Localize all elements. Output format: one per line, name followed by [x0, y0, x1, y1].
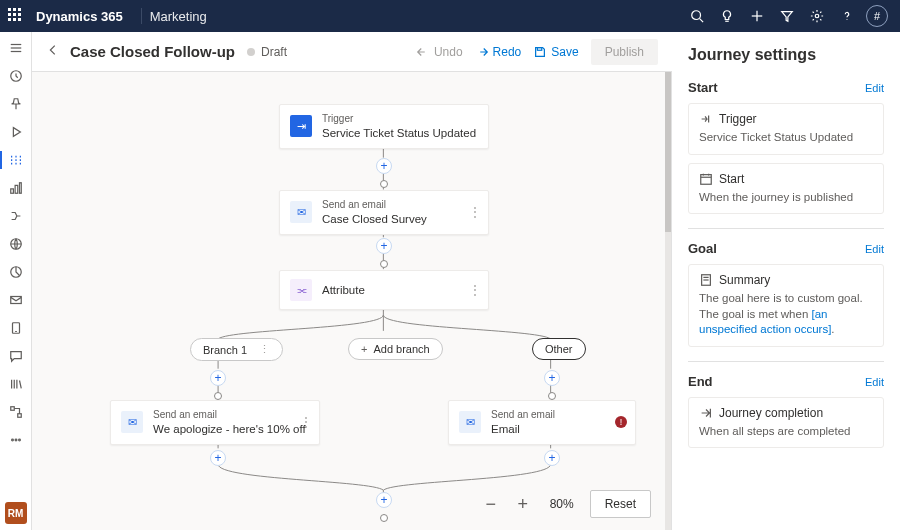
rail-analytics-icon[interactable]: [0, 176, 32, 200]
add-step-button[interactable]: +: [376, 238, 392, 254]
publish-button[interactable]: Publish: [591, 39, 658, 65]
card-start[interactable]: Start When the journey is published: [688, 163, 884, 215]
page-title: Case Closed Follow-up: [70, 43, 235, 60]
add-icon[interactable]: [742, 0, 772, 32]
rail-play-icon[interactable]: [0, 120, 32, 144]
rail-recent-icon[interactable]: [0, 64, 32, 88]
add-step-button[interactable]: +: [210, 450, 226, 466]
area-label[interactable]: Marketing: [150, 9, 207, 24]
goal-summary-body: The goal here is to custom goal. The goa…: [699, 291, 873, 338]
rail-mail-icon[interactable]: [0, 288, 32, 312]
divider: [141, 8, 142, 24]
edit-end-link[interactable]: Edit: [865, 376, 884, 388]
user-avatar[interactable]: #: [862, 0, 892, 32]
scrollbar[interactable]: [665, 72, 671, 530]
rail-globe-icon[interactable]: [0, 232, 32, 256]
node-email-other[interactable]: ✉ Send an emailEmail !: [448, 400, 636, 445]
svg-rect-14: [19, 183, 21, 194]
edit-start-link[interactable]: Edit: [865, 82, 884, 94]
zoom-reset-button[interactable]: Reset: [590, 490, 651, 518]
add-step-button[interactable]: +: [544, 370, 560, 386]
rail-chat-icon[interactable]: [0, 344, 32, 368]
search-icon[interactable]: [682, 0, 712, 32]
journey-canvas[interactable]: ⇥ TriggerService Ticket Status Updated +…: [32, 72, 672, 530]
svg-line-1: [700, 19, 704, 23]
email-icon: ✉: [121, 411, 143, 433]
connector-dot: [380, 260, 388, 268]
svg-rect-43: [701, 174, 712, 184]
pill-more-icon[interactable]: ⋮: [259, 343, 270, 356]
status-badge: Draft: [247, 45, 287, 59]
rail-segment-icon[interactable]: [0, 260, 32, 284]
node-trigger[interactable]: ⇥ TriggerService Ticket Status Updated: [279, 104, 489, 149]
card-trigger[interactable]: Trigger Service Ticket Status Updated: [688, 103, 884, 155]
svg-rect-17: [10, 297, 21, 304]
node-email-apology[interactable]: ✉ Send an emailWe apologize - here's 10%…: [110, 400, 320, 445]
branch-pill-other[interactable]: Other: [532, 338, 586, 360]
section-end-heading: End: [688, 374, 713, 389]
svg-rect-12: [10, 189, 13, 193]
settings-panel: Journey settings StartEdit Trigger Servi…: [672, 32, 900, 530]
trigger-icon: ⇥: [290, 115, 312, 137]
redo-button[interactable]: Redo: [475, 45, 522, 59]
node-attribute[interactable]: ⫘ Attribute ⋮: [279, 270, 489, 310]
add-step-button[interactable]: +: [544, 450, 560, 466]
global-navbar: Dynamics 365 Marketing #: [0, 0, 900, 32]
zoom-out-button[interactable]: −: [480, 493, 502, 515]
zoom-controls: − + 80% Reset: [480, 490, 651, 518]
left-rail: RM: [0, 32, 32, 530]
section-start-heading: Start: [688, 80, 718, 95]
command-bar: Case Closed Follow-up Draft Undo Redo Sa…: [32, 32, 672, 72]
help-icon[interactable]: [832, 0, 862, 32]
rail-journey-icon[interactable]: [0, 148, 32, 172]
branch-pill-branch1[interactable]: Branch 1⋮: [190, 338, 283, 361]
svg-rect-24: [10, 407, 14, 411]
email-icon: ✉: [459, 411, 481, 433]
svg-point-28: [18, 439, 20, 441]
lightbulb-icon[interactable]: [712, 0, 742, 32]
rail-process-icon[interactable]: [0, 400, 32, 424]
card-goal-summary[interactable]: Summary The goal here is to custom goal.…: [688, 264, 884, 347]
svg-rect-29: [538, 47, 542, 50]
card-journey-completion[interactable]: Journey completion When all steps are co…: [688, 397, 884, 449]
brand-label: Dynamics 365: [36, 9, 123, 24]
gear-icon[interactable]: [802, 0, 832, 32]
connector-dot: [214, 392, 222, 400]
svg-rect-25: [17, 414, 21, 418]
connector-dot: [380, 514, 388, 522]
connector-dot: [380, 180, 388, 188]
filter-icon[interactable]: [772, 0, 802, 32]
add-step-button[interactable]: +: [376, 492, 392, 508]
rail-flow-icon[interactable]: [0, 204, 32, 228]
node-more-icon[interactable]: ⋮: [300, 415, 313, 429]
node-more-icon[interactable]: ⋮: [469, 283, 482, 297]
rail-pin-icon[interactable]: [0, 92, 32, 116]
node-more-icon[interactable]: ⋮: [469, 205, 482, 219]
rail-device-icon[interactable]: [0, 316, 32, 340]
add-step-button[interactable]: +: [376, 158, 392, 174]
add-step-button[interactable]: +: [210, 370, 226, 386]
rail-library-icon[interactable]: [0, 372, 32, 396]
back-button[interactable]: [46, 43, 60, 60]
section-goal-heading: Goal: [688, 241, 717, 256]
undo-button[interactable]: Undo: [416, 45, 463, 59]
svg-line-23: [19, 381, 21, 389]
node-email-survey[interactable]: ✉ Send an emailCase Closed Survey ⋮: [279, 190, 489, 235]
svg-rect-13: [15, 185, 18, 193]
zoom-in-button[interactable]: +: [512, 493, 534, 515]
svg-point-5: [815, 14, 819, 18]
rail-user-badge[interactable]: RM: [5, 502, 27, 524]
email-icon: ✉: [290, 201, 312, 223]
edit-goal-link[interactable]: Edit: [865, 243, 884, 255]
zoom-value: 80%: [544, 497, 580, 511]
save-button[interactable]: Save: [533, 45, 578, 59]
connector-dot: [548, 392, 556, 400]
error-badge-icon[interactable]: !: [615, 416, 627, 428]
attribute-icon: ⫘: [290, 279, 312, 301]
add-branch-button[interactable]: +Add branch: [348, 338, 443, 360]
rail-more-icon[interactable]: [0, 428, 32, 452]
rail-menu-icon[interactable]: [0, 36, 32, 60]
app-launcher-icon[interactable]: [8, 8, 24, 24]
svg-point-27: [15, 439, 17, 441]
svg-point-0: [692, 11, 701, 20]
